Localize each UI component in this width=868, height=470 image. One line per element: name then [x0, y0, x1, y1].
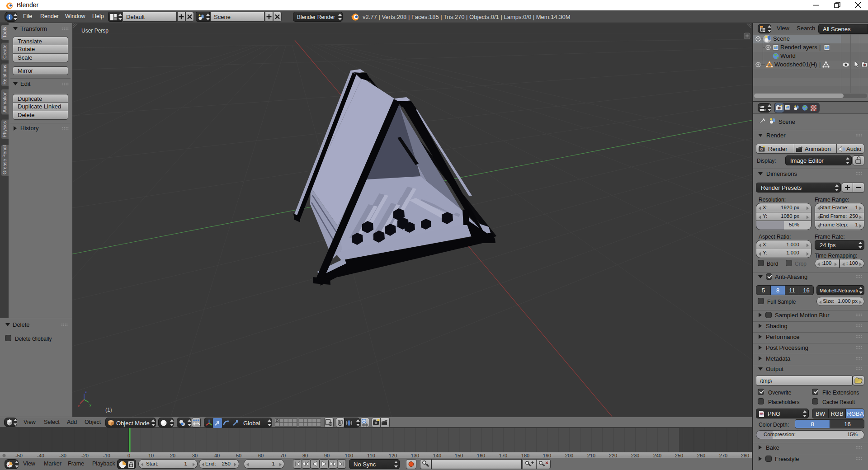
svg-text:y: y	[90, 403, 91, 407]
svg-text:Grease Pencil: Grease Pencil	[2, 145, 7, 174]
svg-text:|: |	[819, 44, 821, 51]
svg-text:Animation: Animation	[2, 91, 7, 113]
svg-text:World: World	[780, 52, 796, 59]
svg-text:Relations: Relations	[2, 65, 7, 85]
svg-text:Woodshed01(H): Woodshed01(H)	[774, 61, 817, 68]
svg-text:RenderLayers: RenderLayers	[780, 44, 817, 51]
svg-text:z: z	[85, 390, 87, 394]
svg-text:Create: Create	[2, 44, 7, 59]
svg-text:Physics: Physics	[2, 121, 7, 137]
svg-text:Scene: Scene	[773, 35, 790, 42]
svg-text:(1): (1)	[105, 407, 112, 413]
svg-text:x: x	[78, 404, 80, 408]
svg-text:Tools: Tools	[2, 27, 7, 38]
svg-text:|: |	[819, 61, 821, 68]
svg-text:User Persp: User Persp	[81, 28, 108, 34]
